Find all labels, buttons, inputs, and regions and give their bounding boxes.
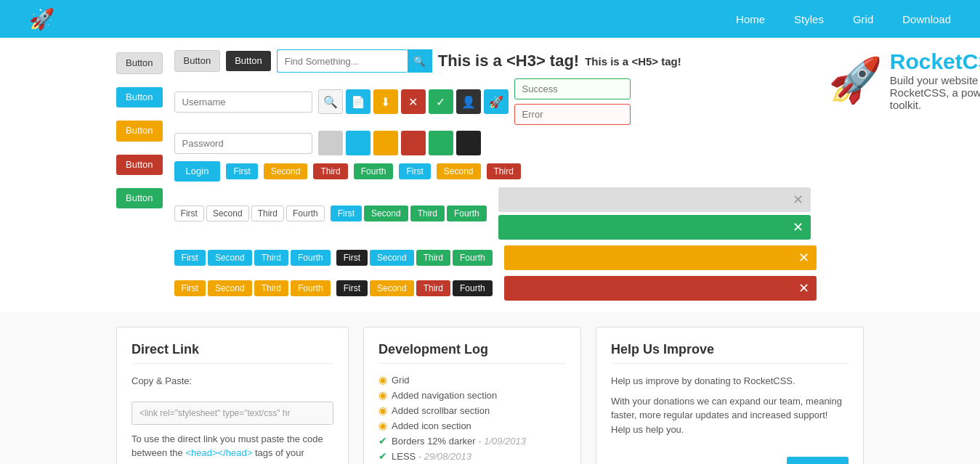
nav-styles[interactable]: Styles	[794, 13, 824, 25]
user-icon-btn[interactable]: 👤	[456, 89, 481, 114]
log-item-3: ◉Added scrollbar section	[378, 404, 566, 416]
navbar: 🚀 Home Styles Grid Download	[0, 0, 980, 38]
search-input[interactable]	[277, 49, 408, 73]
rocket-title: RocketCSS.Com	[890, 49, 980, 74]
dot-orange-2: ◉	[378, 389, 387, 401]
alert-grey[interactable]: ✕	[498, 187, 811, 212]
tag-second-2[interactable]: Second	[437, 163, 481, 179]
demo-row-2: 🔍 📄 ⬇ ✕ ✓ 👤 🚀	[174, 78, 817, 125]
blue-tag-third[interactable]: Third	[254, 250, 288, 266]
success-input[interactable]	[514, 78, 631, 99]
green-tags: First Second Third Fourth	[331, 205, 487, 221]
download-icon-btn[interactable]: ⬇	[373, 89, 398, 114]
swatch-row	[318, 131, 481, 155]
dark-tag-first[interactable]: First	[336, 250, 368, 266]
button-default-1[interactable]: Button	[116, 52, 163, 74]
dot-orange-3: ◉	[378, 404, 387, 416]
error-input[interactable]	[514, 104, 631, 125]
nav-home[interactable]: Home	[736, 13, 765, 25]
button-green-1[interactable]: Button	[116, 188, 163, 208]
blue-tag-first[interactable]: First	[174, 250, 206, 266]
alert-red[interactable]: ✕	[504, 276, 817, 301]
dev-log-title: Development Log	[378, 342, 566, 364]
dark2-tag-third[interactable]: Third	[416, 280, 450, 296]
tag-first-2[interactable]: First	[399, 163, 430, 179]
log-item-2: ◉Added navigation section	[378, 389, 566, 401]
dark2-tag-fourth[interactable]: Fourth	[453, 280, 493, 296]
btn-default-inline[interactable]: Button	[174, 50, 221, 72]
outline-third[interactable]: Third	[251, 205, 284, 221]
tag-third-1[interactable]: Third	[313, 163, 347, 179]
swatch-blue[interactable]	[346, 131, 370, 155]
dark-tag-second[interactable]: Second	[370, 250, 414, 266]
dev-log-card: Development Log ◉Grid ◉Added navigation …	[363, 327, 581, 464]
dark-tag-third[interactable]: Third	[416, 250, 450, 266]
tag-second-1[interactable]: Second	[264, 163, 308, 179]
outline-first[interactable]: First	[174, 205, 204, 221]
dev-log-list: ◉Grid ◉Added navigation section ◉Added s…	[378, 374, 566, 462]
orange-tag-second[interactable]: Second	[208, 280, 252, 296]
swatch-red[interactable]	[401, 131, 426, 155]
green-tag-fourth[interactable]: Fourth	[447, 205, 487, 221]
demo-row-7: First Second Third Fourth First Second T…	[174, 276, 817, 301]
alert-green[interactable]: ✕	[498, 215, 811, 240]
blue-tag-second[interactable]: Second	[208, 250, 252, 266]
demo-row-6: First Second Third Fourth First Second T…	[174, 245, 817, 270]
search-icon-btn[interactable]: 🔍	[318, 89, 343, 114]
donate-btn-wrap: Donate	[611, 445, 849, 464]
dark-tag-fourth[interactable]: Fourth	[453, 250, 493, 266]
nav-download[interactable]: Download	[902, 13, 951, 25]
swatch-grey[interactable]	[318, 131, 343, 155]
rocket-icon-btn[interactable]: 🚀	[484, 89, 509, 114]
blue-tag-fourth[interactable]: Fourth	[291, 250, 331, 266]
help-p2: With your donations we can expand our te…	[611, 394, 849, 437]
search-button[interactable]: 🔍	[408, 49, 432, 73]
login-button[interactable]: Login	[174, 161, 221, 182]
copy-paste-label: Copy & Paste:	[131, 374, 333, 388]
status-inputs	[514, 78, 631, 125]
tag-fourth-1[interactable]: Fourth	[354, 163, 394, 179]
green-tag-third[interactable]: Third	[410, 205, 445, 221]
swatch-orange[interactable]	[373, 131, 398, 155]
head-tag-highlight: <head></head>	[185, 447, 252, 458]
outline-fourth[interactable]: Fourth	[286, 205, 325, 221]
green-tag-first[interactable]: First	[331, 205, 362, 221]
green-tag-second[interactable]: Second	[364, 205, 408, 221]
direct-link-instructions: To use the direct link you must paste th…	[131, 432, 333, 464]
button-orange-1[interactable]: Button	[116, 121, 163, 141]
file-icon-btn[interactable]: 📄	[346, 89, 370, 114]
dark2-tag-second[interactable]: Second	[370, 280, 414, 296]
button-blue-1[interactable]: Button	[116, 87, 163, 107]
alerts-col-1: ✕ ✕	[498, 187, 811, 240]
donate-button[interactable]: Donate	[787, 457, 849, 464]
password-input[interactable]	[174, 133, 312, 154]
help-improve-card: Help Us Improve Help us improve by donat…	[596, 327, 864, 464]
username-input[interactable]	[174, 91, 312, 113]
nav-grid[interactable]: Grid	[853, 13, 873, 25]
demo-row-4: Login First Second Third Fourth First Se…	[174, 161, 817, 182]
tag-third-2[interactable]: Third	[487, 163, 521, 179]
navbar-links: Home Styles Grid Download	[736, 13, 951, 25]
check-icon-btn[interactable]: ✓	[429, 89, 453, 114]
orange-tag-third[interactable]: Third	[254, 280, 288, 296]
icon-row: 🔍 📄 ⬇ ✕ ✓ 👤 🚀	[318, 89, 509, 114]
direct-link-card: Direct Link Copy & Paste: To use the dir…	[116, 327, 349, 464]
tag-first-1[interactable]: First	[226, 163, 257, 179]
swatch-dark[interactable]	[456, 131, 481, 155]
button-red-1[interactable]: Button	[116, 155, 163, 175]
direct-link-input[interactable]	[131, 402, 333, 425]
bottom-row: Direct Link Copy & Paste: To use the dir…	[0, 312, 980, 464]
log-item-4: ◉Added icon section	[378, 420, 566, 431]
orange-tag-first[interactable]: First	[174, 280, 206, 296]
orange-tag-fourth[interactable]: Fourth	[291, 280, 331, 296]
help-improve-title: Help Us Improve	[611, 342, 849, 364]
rocket-logo-section: 🚀 RocketCSS.Com Build your website with …	[828, 49, 980, 118]
direct-link-title: Direct Link	[131, 342, 333, 364]
btn-dark-inline[interactable]: Button	[226, 51, 271, 71]
swatch-green[interactable]	[429, 131, 453, 155]
outline-second[interactable]: Second	[206, 205, 249, 221]
dark2-tag-first[interactable]: First	[336, 280, 368, 296]
close-icon-btn[interactable]: ✕	[401, 89, 426, 114]
alert-orange[interactable]: ✕	[504, 245, 817, 270]
h5-tag-demo: This is a <H5> tag!	[585, 55, 681, 68]
